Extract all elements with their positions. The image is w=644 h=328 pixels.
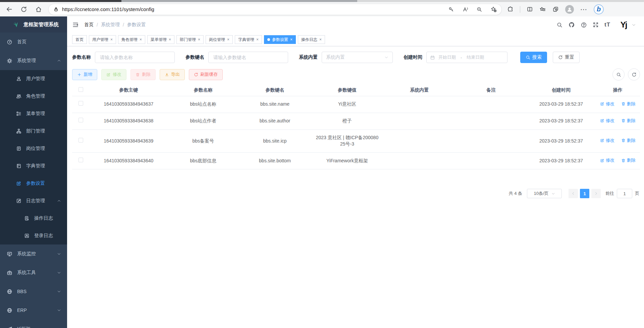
browser-menu-button[interactable]: ⋯ <box>580 5 587 13</box>
next-page-button[interactable] <box>591 189 601 198</box>
tab-roles[interactable]: 角色管理× <box>118 35 145 44</box>
github-link[interactable] <box>568 21 575 28</box>
goto-page-input[interactable] <box>617 189 632 198</box>
address-bar[interactable]: https://ccnetcore.com:1101/system/config <box>48 4 502 15</box>
builtin-select[interactable]: 系统内置 <box>322 52 393 63</box>
row-edit-link[interactable]: 修改 <box>600 118 614 124</box>
cell-remark <box>455 153 527 169</box>
row-delete-link[interactable]: 删除 <box>621 157 636 163</box>
row-edit-link[interactable]: 修改 <box>600 157 614 163</box>
tab-close-icon[interactable]: × <box>198 37 200 42</box>
sidebar-item-system[interactable]: 系统管理 <box>0 51 67 70</box>
param-name-label: 参数名称 <box>72 54 91 60</box>
header-search-button[interactable] <box>556 22 562 28</box>
sidebar-item-dictionary[interactable]: 字典管理 <box>0 157 67 175</box>
split-screen-button[interactable] <box>527 6 533 12</box>
tab-close-icon[interactable]: × <box>169 37 171 42</box>
refresh-table-button[interactable] <box>628 68 640 80</box>
toggle-search-button[interactable] <box>612 68 625 80</box>
url-text[interactable]: https://ccnetcore.com:1101/system/config <box>62 6 440 12</box>
favorites-button[interactable] <box>539 6 546 13</box>
sidebar-item-bbs[interactable]: BBS <box>0 282 67 301</box>
sidebar-item-tools[interactable]: 系统工具 <box>0 263 67 282</box>
row-checkbox[interactable] <box>78 118 83 122</box>
browser-reload-button[interactable] <box>18 4 30 15</box>
cell-key: bbs.site.icp <box>239 129 311 152</box>
tab-close-icon[interactable]: × <box>227 37 229 42</box>
row-checkbox[interactable] <box>78 158 83 162</box>
export-button[interactable]: 导出 <box>160 69 185 80</box>
browser-home-button[interactable] <box>33 4 44 15</box>
search-button[interactable]: 搜索 <box>520 52 547 63</box>
help-button[interactable] <box>581 22 587 28</box>
delete-button-disabled[interactable]: 删除 <box>130 69 156 80</box>
tab-dictionary[interactable]: 字典管理× <box>235 35 262 44</box>
param-name-input[interactable] <box>95 52 175 63</box>
prev-page-button[interactable] <box>569 189 578 198</box>
sidebar-item-erp[interactable]: ERP <box>0 301 67 320</box>
text-size-button[interactable]: tT <box>604 21 610 28</box>
user-avatar[interactable]: Yj <box>618 19 629 31</box>
paper-plane-icon <box>7 326 12 328</box>
tab-close-icon[interactable]: × <box>256 37 259 42</box>
select-all-checkbox[interactable] <box>78 87 83 92</box>
browser-profile-avatar[interactable] <box>565 5 574 14</box>
sidebar-item-departments[interactable]: 部门管理 <box>0 122 67 140</box>
row-delete-link[interactable]: 删除 <box>621 101 636 107</box>
row-edit-link[interactable]: 修改 <box>600 138 614 144</box>
tab-operation-log[interactable]: 操作日志× <box>298 35 325 44</box>
pagination: 共 4 条 10条/页 1 前往 页 <box>72 189 640 198</box>
extensions-button[interactable] <box>507 6 514 12</box>
row-delete-link[interactable]: 删除 <box>621 138 636 144</box>
collections-button[interactable] <box>552 6 559 12</box>
sidebar-item-home[interactable]: 首页 <box>0 33 67 51</box>
sidebar-item-operation-log[interactable]: 操作日志 <box>0 210 67 227</box>
sidebar-item-login-log[interactable]: 登录日志 <box>0 227 67 244</box>
date-range-picker[interactable]: 开始日期 - 结束日期 <box>426 52 507 63</box>
sidebar-item-monitor[interactable]: 系统监控 <box>0 244 67 263</box>
edit-link-label: 修改 <box>606 138 614 144</box>
tab-posts[interactable]: 岗位管理× <box>206 35 233 44</box>
row-delete-link[interactable]: 删除 <box>621 118 636 124</box>
sidebar-item-roles[interactable]: 角色管理 <box>0 88 67 105</box>
page-number-current[interactable]: 1 <box>580 189 589 198</box>
param-key-input[interactable] <box>208 52 288 63</box>
breadcrumb-home[interactable]: 首页 <box>84 22 94 28</box>
add-button[interactable]: 新增 <box>72 69 97 80</box>
bing-discover-button[interactable]: b <box>594 4 604 14</box>
row-checkbox[interactable] <box>78 138 83 143</box>
globe-icon <box>7 308 12 313</box>
tab-close-icon[interactable]: × <box>319 37 322 42</box>
page-size-select[interactable]: 10条/页 <box>527 189 562 198</box>
zoom-out-button[interactable] <box>476 6 482 12</box>
delete-link-label: 删除 <box>627 118 636 124</box>
tab-menus[interactable]: 菜单管理× <box>147 35 174 44</box>
tab-config-active[interactable]: 参数设置× <box>264 35 296 44</box>
sidebar-item-users[interactable]: 用户管理 <box>0 70 67 88</box>
reset-button[interactable]: 重置 <box>553 52 580 63</box>
table-row: 1641030593384943640 bbs底部信息 bbs.site.bot… <box>72 153 640 169</box>
read-aloud-button[interactable] <box>462 6 468 12</box>
sidebar-item-menus[interactable]: 菜单管理 <box>0 105 67 122</box>
tab-close-icon[interactable]: × <box>140 37 142 42</box>
fullscreen-button[interactable] <box>593 22 599 28</box>
row-edit-link[interactable]: 修改 <box>600 101 614 107</box>
browser-back-button[interactable] <box>3 4 15 15</box>
refresh-cache-button[interactable]: 刷新缓存 <box>189 69 223 80</box>
sidebar-collapse-button[interactable] <box>72 21 79 28</box>
sidebar-item-config[interactable]: 参数设置 <box>0 175 67 192</box>
tab-home[interactable]: 首页 <box>72 35 87 44</box>
reset-button-label: 重置 <box>565 54 574 60</box>
app-logo[interactable]: 意框架管理系统 <box>0 16 67 33</box>
sidebar-item-logs[interactable]: 日志管理 <box>0 192 67 210</box>
sidebar-item-yiframework[interactable]: Yi框架 <box>0 320 67 328</box>
tab-departments[interactable]: 部门管理× <box>176 35 204 44</box>
tab-close-icon[interactable]: × <box>110 37 113 42</box>
edit-button-disabled[interactable]: 修改 <box>101 69 126 80</box>
sidebar-item-posts[interactable]: 岗位管理 <box>0 140 67 157</box>
add-favorite-button[interactable] <box>490 6 497 12</box>
tab-users[interactable]: 用户管理× <box>89 35 116 44</box>
row-checkbox[interactable] <box>78 101 83 106</box>
tab-close-icon[interactable]: × <box>290 37 292 42</box>
password-key-button[interactable] <box>448 6 454 12</box>
